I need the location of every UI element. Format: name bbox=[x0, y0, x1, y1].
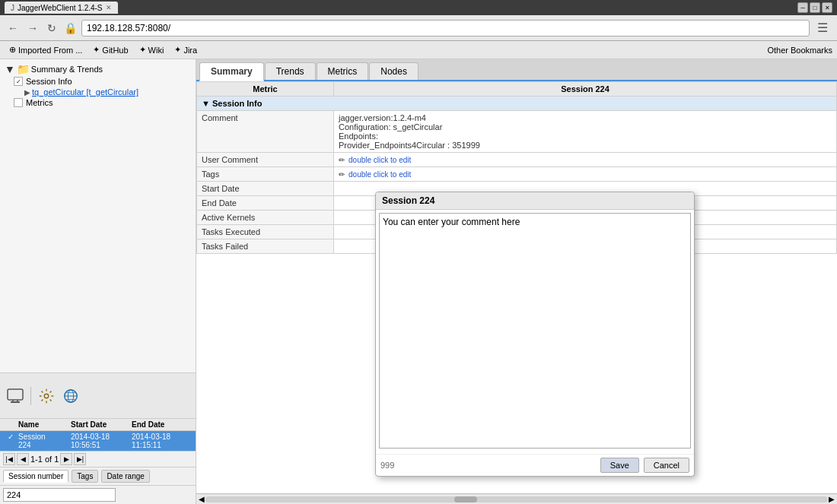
bottom-toolbar bbox=[0, 372, 196, 418]
col-header-check bbox=[3, 420, 18, 429]
bookmark-wiki[interactable]: ✦ Wiki bbox=[135, 43, 169, 56]
toolbar-globe-btn[interactable] bbox=[60, 385, 81, 407]
session-row-start: 2014-03-18 10:56:51 bbox=[71, 433, 132, 449]
bookmark-icon: ⊕ bbox=[9, 45, 16, 55]
pagination-bar: |◀ ◀ 1-1 of 1 ▶ ▶| bbox=[0, 451, 196, 467]
modal-dialog: Session 224 You can enter your comment h… bbox=[375, 192, 695, 477]
bookmarks-bar: ⊕ Imported From ... ✦ GitHub ✦ Wiki ✦ Ji… bbox=[0, 41, 837, 59]
bookmark-github[interactable]: ✦ GitHub bbox=[88, 43, 132, 56]
horizontal-scrollbar[interactable]: ◀ ▶ bbox=[196, 493, 837, 504]
tab-title: JaggerWebClient 1.2.4-S bbox=[18, 4, 103, 12]
col-header-start[interactable]: Start Date bbox=[71, 420, 132, 429]
save-button[interactable]: Save bbox=[600, 458, 639, 473]
content-area: Metric Session 224 ▼ Session Info Commen… bbox=[196, 81, 837, 493]
tab-close-btn[interactable]: ✕ bbox=[106, 4, 112, 11]
bookmark-label: Jira bbox=[183, 46, 197, 55]
toolbar-sessions-btn[interactable] bbox=[5, 385, 26, 407]
next-page-btn[interactable]: ▶ bbox=[60, 453, 72, 465]
browser-toolbar: ← → ↻ 🔒 ☰ bbox=[0, 15, 837, 41]
lock-icon: 🔒 bbox=[62, 22, 78, 34]
left-panel: ▼ 📁 Summary & Trends Session Info ▶ tq_g… bbox=[0, 59, 196, 504]
modal-title-bar: Session 224 bbox=[376, 192, 694, 210]
tab-bar: Summary Trends Metrics Nodes bbox=[196, 59, 837, 81]
session-row-check: ✓ bbox=[3, 433, 18, 441]
tab-favicon: J bbox=[11, 4, 14, 12]
folder-open-icon: 📁 bbox=[17, 63, 30, 75]
scroll-left-btn[interactable]: ◀ bbox=[198, 495, 205, 503]
filter-input-area bbox=[0, 485, 196, 504]
modal-overlay: Session 224 You can enter your comment h… bbox=[196, 81, 837, 493]
browser-menu-btn[interactable]: ☰ bbox=[813, 19, 832, 36]
bookmark-label: GitHub bbox=[102, 46, 128, 55]
page-info: 1-1 of 1 bbox=[30, 455, 59, 464]
bookmark-label: Imported From ... bbox=[18, 46, 82, 55]
svg-rect-0 bbox=[8, 389, 23, 400]
session-info-checkbox[interactable] bbox=[14, 77, 23, 86]
window-controls: ─ □ ✕ bbox=[797, 2, 832, 13]
browser-tab[interactable]: J JaggerWebClient 1.2.4-S ✕ bbox=[5, 2, 118, 14]
filter-tab-tags[interactable]: Tags bbox=[72, 470, 98, 483]
chevron-right-icon: ▶ bbox=[24, 88, 30, 97]
other-bookmarks[interactable]: Other Bookmarks bbox=[767, 46, 832, 55]
scroll-right-btn[interactable]: ▶ bbox=[828, 495, 835, 503]
col-header-name[interactable]: Name bbox=[18, 420, 71, 429]
back-btn[interactable]: ← bbox=[5, 21, 21, 36]
tree-node-summary-trends[interactable]: ▼ 📁 Summary & Trends bbox=[3, 62, 193, 76]
forward-btn[interactable]: → bbox=[24, 21, 41, 36]
last-page-btn[interactable]: ▶| bbox=[74, 453, 86, 465]
maximize-btn[interactable]: □ bbox=[810, 2, 820, 13]
tab-summary[interactable]: Summary bbox=[199, 62, 264, 81]
modal-body: You can enter your comment here bbox=[376, 210, 694, 454]
filter-bar: Session number Tags Date range bbox=[0, 467, 196, 485]
session-row[interactable]: ✓ Session 224 2014-03-18 10:56:51 2014-0… bbox=[0, 431, 196, 451]
scroll-track[interactable] bbox=[205, 496, 828, 502]
folder-icon: ▼ bbox=[5, 63, 15, 75]
scroll-thumb[interactable] bbox=[454, 496, 477, 502]
bookmark-jira[interactable]: ✦ Jira bbox=[170, 43, 202, 56]
refresh-btn[interactable]: ↻ bbox=[44, 21, 59, 36]
tree-label-summary-trends: Summary & Trends bbox=[31, 65, 103, 74]
session-row-name: Session 224 bbox=[18, 433, 71, 449]
browser-chrome: J JaggerWebClient 1.2.4-S ✕ ─ □ ✕ bbox=[0, 0, 837, 15]
jira-icon: ✦ bbox=[174, 45, 181, 55]
cancel-button[interactable]: Cancel bbox=[644, 458, 689, 473]
address-bar[interactable] bbox=[81, 20, 810, 36]
close-btn[interactable]: ✕ bbox=[822, 2, 832, 13]
modal-textarea[interactable]: You can enter your comment here bbox=[379, 213, 691, 449]
toolbar-settings-btn[interactable] bbox=[36, 385, 57, 407]
tree-label-tq-get-circular: tq_getCircular [t_getCircular] bbox=[32, 87, 138, 97]
toolbar-separator bbox=[30, 387, 31, 405]
tree-node-session-info[interactable]: Session Info bbox=[3, 76, 193, 87]
char-count: 999 bbox=[380, 461, 596, 470]
other-bookmarks-label: Other Bookmarks bbox=[767, 46, 832, 55]
bookmark-label: Wiki bbox=[148, 46, 164, 55]
filter-tab-session-number[interactable]: Session number bbox=[3, 470, 68, 483]
github-icon: ✦ bbox=[93, 45, 100, 55]
bookmark-imported-from[interactable]: ⊕ Imported From ... bbox=[5, 43, 87, 56]
filter-input[interactable] bbox=[3, 488, 116, 502]
tree-area: ▼ 📁 Summary & Trends Session Info ▶ tq_g… bbox=[0, 59, 196, 372]
right-panel: Summary Trends Metrics Nodes Metric Sess… bbox=[196, 59, 837, 504]
wiki-icon: ✦ bbox=[139, 45, 146, 55]
tab-trends[interactable]: Trends bbox=[265, 62, 316, 80]
session-row-end: 2014-03-18 11:15:11 bbox=[132, 433, 193, 449]
tab-metrics[interactable]: Metrics bbox=[317, 62, 369, 80]
first-page-btn[interactable]: |◀ bbox=[3, 453, 15, 465]
prev-page-btn[interactable]: ◀ bbox=[17, 453, 29, 465]
minimize-btn[interactable]: ─ bbox=[797, 2, 808, 13]
col-header-end[interactable]: End Date bbox=[132, 420, 193, 429]
modal-footer: 999 Save Cancel bbox=[376, 454, 694, 476]
modal-title: Session 224 bbox=[382, 195, 434, 206]
tree-node-tq-get-circular[interactable]: ▶ tq_getCircular [t_getCircular] bbox=[3, 87, 193, 97]
filter-tab-date-range[interactable]: Date range bbox=[101, 470, 149, 483]
metrics-checkbox[interactable] bbox=[14, 98, 23, 107]
tree-label-session-info: Session Info bbox=[26, 77, 72, 86]
tree-node-metrics[interactable]: Metrics bbox=[3, 97, 193, 108]
app-body: ▼ 📁 Summary & Trends Session Info ▶ tq_g… bbox=[0, 59, 837, 504]
session-table-headers: Name Start Date End Date bbox=[0, 418, 196, 431]
tree-label-metrics: Metrics bbox=[26, 98, 53, 107]
svg-point-4 bbox=[44, 394, 49, 398]
tab-nodes[interactable]: Nodes bbox=[369, 62, 418, 80]
svg-rect-1 bbox=[11, 401, 20, 403]
